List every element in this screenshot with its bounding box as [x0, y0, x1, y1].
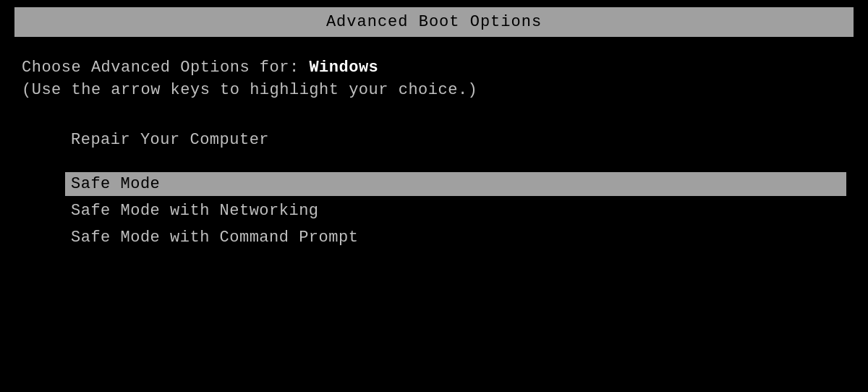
subtitle-highlight: Windows — [309, 59, 378, 77]
safe-mode-command-item[interactable]: Safe Mode with Command Prompt — [65, 226, 846, 250]
safe-mode-item[interactable]: Safe Mode — [65, 172, 846, 196]
title-bar: Advanced Boot Options — [14, 7, 854, 37]
safe-mode-networking-item[interactable]: Safe Mode with Networking — [65, 199, 846, 223]
subtitle-line1: Choose Advanced Options for: Windows — [22, 59, 846, 77]
title-text: Advanced Boot Options — [326, 13, 542, 31]
menu-section: Repair Your Computer Safe Mode Safe Mode… — [22, 128, 846, 252]
subtitle-prefix: Choose Advanced Options for: — [22, 59, 309, 77]
subtitle-line2: (Use the arrow keys to highlight your ch… — [22, 81, 846, 99]
content-area: Choose Advanced Options for: Windows (Us… — [0, 37, 868, 392]
bios-screen: Advanced Boot Options Choose Advanced Op… — [0, 0, 868, 392]
repair-menu-item[interactable]: Repair Your Computer — [65, 128, 846, 152]
